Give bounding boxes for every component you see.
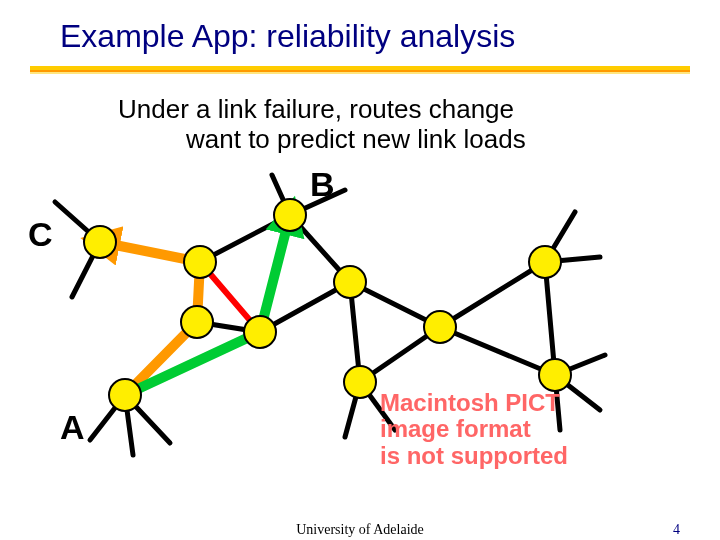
node-label-a: A [60,408,85,447]
node-label-b: B [310,165,335,204]
watermark-line1: Macintosh PICT [380,390,568,416]
node-n7 [529,246,561,278]
footer-university: University of Adelaide [296,522,424,538]
node-n4 [334,266,366,298]
svg-line-10 [440,327,555,375]
node-n1 [184,246,216,278]
node-n3 [244,316,276,348]
network-diagram [0,0,720,540]
node-a [109,379,141,411]
node-n5 [344,366,376,398]
node-n2 [181,306,213,338]
watermark-line3: is not supported [380,443,568,469]
pict-watermark: Macintosh PICT image format is not suppo… [380,390,568,469]
watermark-line2: image format [380,416,568,442]
svg-line-9 [440,262,545,327]
node-label-c: C [28,215,53,254]
node-n6 [424,311,456,343]
node-b [274,199,306,231]
node-c [84,226,116,258]
node-n8 [539,359,571,391]
svg-line-11 [545,262,555,375]
footer-page-number: 4 [673,522,680,538]
